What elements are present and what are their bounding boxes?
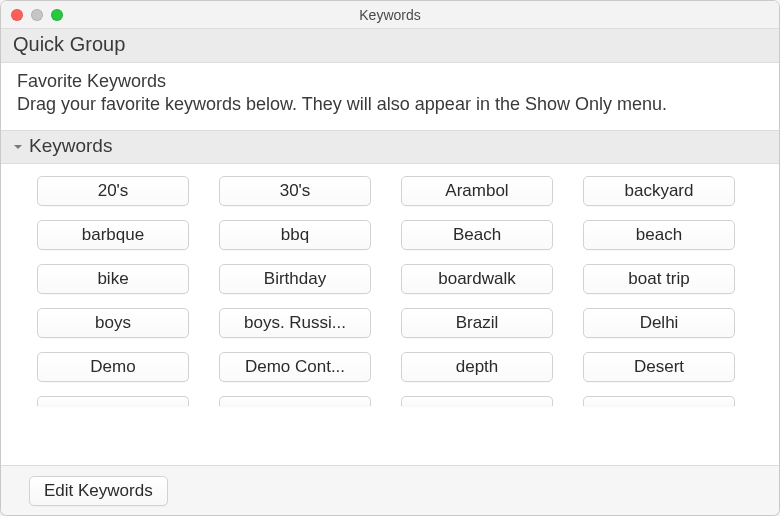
keyword-label: boardwalk xyxy=(438,269,516,289)
chevron-down-icon xyxy=(11,142,25,152)
keyword-label: 20's xyxy=(98,181,129,201)
keyword-label: 30's xyxy=(280,181,311,201)
keyword-label: Delhi xyxy=(640,313,679,333)
keyword-pill[interactable]: Desert xyxy=(583,352,735,382)
keyword-label: bbq xyxy=(281,225,309,245)
footer-bar: Edit Keywords xyxy=(1,465,779,515)
keyword-pill[interactable]: beach xyxy=(583,220,735,250)
keyword-label: Birthday xyxy=(264,269,326,289)
quick-group-header: Quick Group xyxy=(1,29,779,63)
keyword-pill[interactable]: . xyxy=(37,396,189,406)
keyword-label: Arambol xyxy=(445,181,508,201)
close-button[interactable] xyxy=(11,9,23,21)
keyword-label: bike xyxy=(97,269,128,289)
favorites-title: Favorite Keywords xyxy=(17,71,763,92)
keyword-pill[interactable]: backyard xyxy=(583,176,735,206)
window-title: Keywords xyxy=(1,7,779,23)
keyword-label: boys. Russi... xyxy=(244,313,346,333)
keyword-label: Demo xyxy=(90,357,135,377)
keyword-pill[interactable]: barbque xyxy=(37,220,189,250)
keyword-label: Demo Cont... xyxy=(245,357,345,377)
keyword-label: Brazil xyxy=(456,313,499,333)
titlebar: Keywords xyxy=(1,1,779,29)
keyword-label: boys xyxy=(95,313,131,333)
minimize-button[interactable] xyxy=(31,9,43,21)
keyword-grid-container[interactable]: 20's 30's Arambol backyard barbque bbq B… xyxy=(1,164,779,465)
keyword-pill[interactable]: boys xyxy=(37,308,189,338)
keyword-pill[interactable]: Brazil xyxy=(401,308,553,338)
keyword-pill[interactable]: Demo Cont... xyxy=(219,352,371,382)
keyword-label: Desert xyxy=(634,357,684,377)
favorites-section[interactable]: Favorite Keywords Drag your favorite key… xyxy=(1,63,779,130)
keyword-pill[interactable]: bbq xyxy=(219,220,371,250)
keywords-label: Keywords xyxy=(29,135,112,157)
keyword-pill[interactable]: 30's xyxy=(219,176,371,206)
keyword-pill[interactable]: . xyxy=(401,396,553,406)
keyword-label: depth xyxy=(456,357,499,377)
keyword-label: beach xyxy=(636,225,682,245)
edit-keywords-button[interactable]: Edit Keywords xyxy=(29,476,168,506)
keyword-pill[interactable]: Demo xyxy=(37,352,189,382)
keywords-header[interactable]: Keywords xyxy=(1,130,779,164)
keyword-pill[interactable]: . xyxy=(219,396,371,406)
keyword-grid-partial: . . . . xyxy=(37,396,751,406)
keyword-pill[interactable]: bike xyxy=(37,264,189,294)
keyword-pill[interactable]: Birthday xyxy=(219,264,371,294)
traffic-lights xyxy=(1,9,63,21)
quick-group-label: Quick Group xyxy=(13,33,125,55)
keyword-pill[interactable]: 20's xyxy=(37,176,189,206)
keyword-pill[interactable]: boat trip xyxy=(583,264,735,294)
keyword-pill[interactable]: Beach xyxy=(401,220,553,250)
keyword-pill[interactable]: boardwalk xyxy=(401,264,553,294)
keyword-label: backyard xyxy=(625,181,694,201)
keyword-pill[interactable]: Arambol xyxy=(401,176,553,206)
keywords-window: Keywords Quick Group Favorite Keywords D… xyxy=(0,0,780,516)
keyword-pill[interactable]: Delhi xyxy=(583,308,735,338)
keyword-label: Beach xyxy=(453,225,501,245)
keyword-label: boat trip xyxy=(628,269,689,289)
keyword-label: barbque xyxy=(82,225,144,245)
keyword-pill[interactable]: . xyxy=(583,396,735,406)
keyword-grid: 20's 30's Arambol backyard barbque bbq B… xyxy=(37,176,751,382)
favorites-hint: Drag your favorite keywords below. They … xyxy=(17,92,763,116)
zoom-button[interactable] xyxy=(51,9,63,21)
keyword-pill[interactable]: boys. Russi... xyxy=(219,308,371,338)
keyword-pill[interactable]: depth xyxy=(401,352,553,382)
